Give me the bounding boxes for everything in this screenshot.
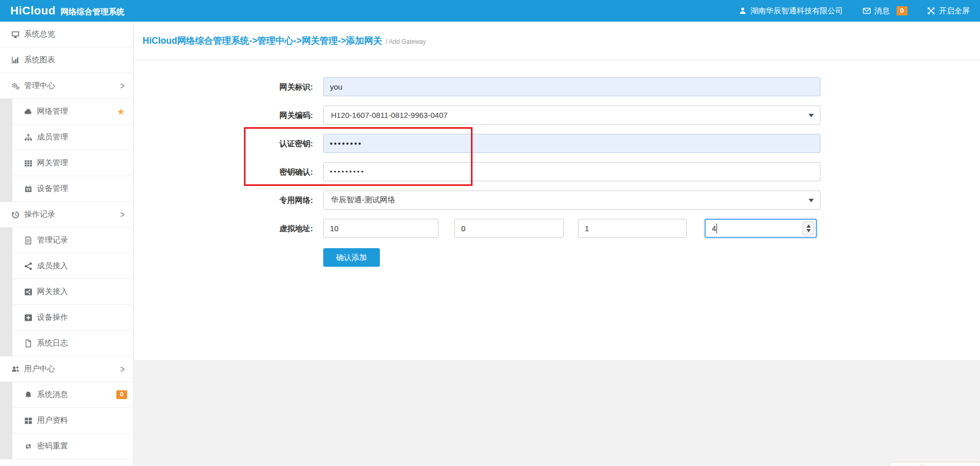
page-background [134, 360, 980, 466]
virtual-address-octet-2[interactable] [454, 219, 564, 238]
sidebar-item-user-center[interactable]: 用户中心 > ★ [0, 356, 133, 382]
sidebar-item-label: 操作记录 [24, 210, 55, 219]
sidebar-item-operation-records[interactable]: 操作记录 > ★ [0, 202, 133, 228]
sidebar-item-system-logs[interactable]: 系统日志 > ★ [0, 331, 133, 356]
private-network-label: 专用网络: [134, 191, 313, 210]
sidebar-item-system-messages[interactable]: 系统消息 > ★ 0 [0, 382, 133, 408]
plus-square-icon [24, 313, 33, 322]
envelope-icon [863, 7, 871, 15]
sidebar-item-device-management[interactable]: 设备管理 > ★ [0, 176, 133, 202]
key-confirm-input[interactable] [323, 162, 820, 181]
sidebar-item-member-access[interactable]: 成员接入 > ★ [0, 253, 133, 279]
sidebar-item-label: 用户资料 [37, 416, 68, 425]
gateway-code-select[interactable]: H120-1607-0811-0812-9963-0407 [323, 106, 820, 125]
sidebar-item-management-records[interactable]: 管理记录 > ★ [0, 228, 133, 253]
sidebar-item-label: 网络管理 [37, 107, 68, 116]
confirm-add-button[interactable]: 确认添加 [323, 248, 380, 267]
brand-suffix: 网络综合管理系统 [61, 7, 125, 18]
sidebar-badge: 0 [116, 390, 127, 399]
private-network-value: 华辰智通-测试网络 [331, 195, 395, 205]
sidebar-item-password-reset[interactable]: 密码重置 > ★ [0, 434, 133, 459]
auth-key-row: 认证密钥: [323, 134, 820, 153]
gateway-id-label: 网关标识: [134, 77, 313, 96]
sidebar-item-label: 成员接入 [37, 261, 68, 271]
gateway-id-input[interactable] [323, 77, 820, 96]
topbar-right: 湖南华辰智通科技有限公司 消息 0 开启全屏 [739, 6, 980, 16]
sidebar-item-label: 系统消息 [37, 390, 68, 400]
sidebar-item-system-charts[interactable]: 系统图表 > ★ [0, 47, 133, 73]
sidebar-item-network-management[interactable]: 网络管理 > ★ [0, 99, 133, 125]
sidebar-item-device-operation[interactable]: 设备操作 > ★ [0, 305, 133, 331]
sidebar-item-member-management[interactable]: 成员管理 > ★ [0, 125, 133, 150]
share-square-icon [24, 287, 33, 296]
th-large-icon [24, 416, 33, 425]
sidebar-item-gateway-access[interactable]: 网关接入 > ★ [0, 279, 133, 305]
chevron-right-icon: > [120, 81, 125, 91]
company-name: 湖南华辰智通科技有限公司 [750, 6, 843, 16]
fullscreen-label: 开启全屏 [939, 6, 970, 16]
sidebar-item-label: 成员管理 [37, 132, 68, 142]
auth-key-input[interactable] [323, 134, 820, 153]
virtual-address-octet-3[interactable] [578, 219, 687, 238]
app-logo[interactable]: HiCloud 网络综合管理系统 [0, 4, 125, 18]
main-content: HiCloud网络综合管理系统->管理中心->网关管理->添加网关 / Add … [134, 22, 980, 466]
sidebar-item-label: 设备操作 [37, 313, 68, 322]
user-icon [739, 7, 747, 15]
brand-name: HiCloud [10, 4, 56, 18]
key-confirm-row: 密钥确认: [323, 162, 820, 181]
desktop-icon [11, 30, 20, 39]
number-spinner[interactable] [802, 221, 814, 235]
virtual-address-octet-4[interactable] [705, 219, 817, 238]
gateway-code-label: 网关编码: [134, 106, 313, 125]
expand-icon [927, 7, 935, 15]
sidebar-item-label: 管理中心 [24, 81, 55, 91]
breadcrumb-path[interactable]: HiCloud网络综合管理系统->管理中心->网关管理->添加网关 [143, 34, 382, 47]
cloud-icon [24, 107, 33, 116]
virtual-address-octet-1[interactable] [323, 219, 439, 238]
gears-icon [11, 81, 20, 90]
favorite-star-icon[interactable]: ★ [117, 106, 125, 117]
gateway-code-value: H120-1607-0811-0812-9963-0407 [331, 111, 448, 119]
fullscreen-toggle[interactable]: 开启全屏 [927, 6, 970, 16]
sidebar-item-label: 系统日志 [37, 338, 68, 348]
sidebar-item-user-profile[interactable]: 用户资料 > ★ [0, 408, 133, 434]
gateway-code-row: 网关编码: H120-1607-0811-0812-9963-0407 [323, 106, 820, 125]
text-cursor [716, 223, 717, 233]
messages-menu[interactable]: 消息 0 [863, 6, 907, 16]
partial-corner-widget [889, 462, 980, 466]
private-network-select[interactable]: 华辰智通-测试网络 [323, 191, 820, 210]
key-confirm-label: 密钥确认: [134, 162, 313, 181]
sidebar: 系统总览 > ★ 系统图表 > ★ 管理中心 > ★ 网络管理 > ★ 成员管理… [0, 22, 134, 466]
sidebar-item-label: 管理记录 [37, 235, 68, 245]
chevron-right-icon: > [120, 364, 125, 374]
sidebar-item-label: 系统图表 [24, 55, 55, 65]
sidebar-item-gateway-management[interactable]: 网关管理 > ★ [0, 150, 133, 176]
spinner-up-icon[interactable] [807, 225, 811, 228]
sidebar-item-label: 系统总览 [24, 29, 55, 39]
chevron-right-icon: > [120, 210, 125, 220]
virtual-address-label: 虚拟地址: [134, 219, 313, 238]
calendar-icon [24, 184, 33, 193]
topbar: HiCloud 网络综合管理系统 湖南华辰智通科技有限公司 消息 0 开启全屏 [0, 0, 980, 22]
gateway-id-row: 网关标识: [323, 77, 820, 96]
sidebar-item-system-overview[interactable]: 系统总览 > ★ [0, 22, 133, 47]
breadcrumb-page-note: / Add Gateway [386, 36, 426, 45]
retweet-icon [24, 442, 33, 451]
grid-icon [24, 159, 33, 167]
account-menu[interactable]: 湖南华辰智通科技有限公司 [739, 6, 843, 16]
breadcrumb: HiCloud网络综合管理系统->管理中心->网关管理->添加网关 / Add … [134, 22, 980, 60]
private-network-row: 专用网络: 华辰智通-测试网络 [323, 191, 820, 210]
sidebar-item-label: 用户中心 [24, 364, 55, 374]
sidebar-item-label: 设备管理 [37, 184, 68, 194]
sidebar-item-management-center[interactable]: 管理中心 > ★ [0, 73, 133, 99]
file-icon [24, 339, 33, 348]
spinner-down-icon[interactable] [807, 229, 811, 232]
virtual-address-row: 虚拟地址: [323, 219, 817, 238]
auth-key-label: 认证密钥: [134, 134, 313, 153]
sidebar-item-label: 密码重置 [37, 441, 68, 451]
chart-icon [11, 56, 20, 64]
dropdown-caret-icon [809, 199, 814, 202]
messages-label: 消息 [874, 6, 890, 16]
sidebar-item-label: 网关管理 [37, 158, 68, 168]
dropdown-caret-icon [809, 114, 814, 117]
